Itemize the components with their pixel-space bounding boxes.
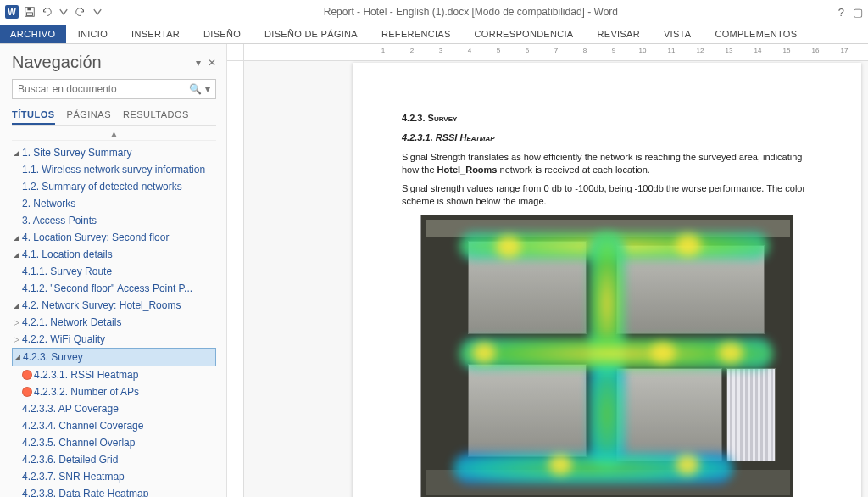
body-paragraph-1: Signal Strength translates as how effici…: [402, 151, 812, 176]
chevron-icon[interactable]: ◢: [12, 233, 20, 242]
help-icon[interactable]: ?: [838, 6, 844, 19]
navigation-pane: Navegación ▾ ✕ 🔍 ▾ TÍTULOS PÁGINAS RESUL…: [0, 44, 227, 497]
tree-item[interactable]: 4.2.3.2. Number of APs: [12, 383, 216, 400]
undo-dropdown-icon[interactable]: [58, 6, 70, 18]
tree-item[interactable]: ◢1. Site Survey Summary: [12, 144, 216, 161]
svg-rect-2: [27, 13, 33, 16]
tree-item[interactable]: 1.1. Wireless network survey information: [12, 161, 216, 178]
tree-item[interactable]: ◢4.2. Network Survey: Hotel_Rooms: [12, 297, 216, 314]
tree-item[interactable]: 4.2.3.4. Channel Coverage: [12, 417, 216, 434]
tab-view[interactable]: VISTA: [652, 25, 703, 43]
tree-item[interactable]: 4.2.3.5. Channel Overlap: [12, 434, 216, 451]
ribbon-tabs: ARCHIVO INICIO INSERTAR DISEÑO DISEÑO DE…: [0, 24, 868, 44]
cursor-indicator-icon: [22, 387, 32, 397]
tab-review[interactable]: REVISAR: [586, 25, 652, 43]
tree-item[interactable]: 4.2.3.1. RSSI Heatmap: [12, 366, 216, 383]
tree-item[interactable]: ◢4.2.3. Survey: [12, 348, 216, 366]
ribbon-options-icon[interactable]: ▢: [853, 6, 863, 19]
tree-item-label: 4.1.2. "Second floor" Access Point P...: [22, 282, 192, 294]
nav-search[interactable]: 🔍 ▾: [12, 79, 216, 99]
tree-item[interactable]: 4.2.3.6. Detailed Grid: [12, 451, 216, 468]
chevron-icon[interactable]: ▷: [12, 318, 20, 327]
tree-item[interactable]: 1.2. Summary of detected networks: [12, 178, 216, 195]
tree-item-label: 4.2.3.7. SNR Heatmap: [22, 471, 125, 483]
vertical-ruler[interactable]: [227, 61, 244, 497]
tree-item-label: 4.2.3. Survey: [23, 351, 83, 363]
tree-item-label: 4.2.3.8. Data Rate Heatmap: [22, 488, 148, 497]
tree-item-label: 4.2.3.6. Detailed Grid: [22, 454, 118, 466]
tab-design[interactable]: DISEÑO: [192, 25, 253, 43]
document-area[interactable]: 123456789101112131415161718 4.2.3. Surve…: [227, 44, 868, 497]
title-bar: W Report - Hotel - English (1).docx [Mod…: [0, 0, 868, 24]
search-icon[interactable]: 🔍: [189, 83, 202, 95]
tree-item-label: 4.2.3.2. Number of APs: [34, 386, 139, 398]
tree-item[interactable]: 4.1.1. Survey Route: [12, 263, 216, 280]
body-paragraph-2: Signal strength values range from 0 db t…: [402, 182, 812, 208]
nav-tabs: TÍTULOS PÁGINAS RESULTADOS: [12, 106, 216, 126]
svg-rect-1: [27, 8, 31, 11]
tree-item-label: 4.2.1. Network Details: [22, 316, 121, 328]
tab-file[interactable]: ARCHIVO: [0, 25, 66, 43]
tree-item-label: 1. Site Survey Summary: [22, 147, 131, 159]
tree-item[interactable]: 2. Networks: [12, 195, 216, 212]
chevron-icon[interactable]: ◢: [12, 148, 20, 157]
tree-item-label: 4.2.2. WiFi Quality: [22, 333, 105, 345]
chevron-icon[interactable]: ◢: [12, 301, 20, 310]
tab-insert[interactable]: INSERTAR: [120, 25, 192, 43]
tab-addins[interactable]: COMPLEMENTOS: [703, 25, 809, 43]
nav-title: Navegación: [12, 53, 102, 72]
window-title: Report - Hotel - English (1).docx [Modo …: [103, 6, 838, 18]
qat-customize-icon[interactable]: [92, 6, 103, 18]
chevron-icon[interactable]: ◢: [13, 353, 21, 361]
heading-tree: ◢1. Site Survey Summary1.1. Wireless net…: [12, 141, 216, 497]
tree-item-label: 4.2.3.1. RSSI Heatmap: [34, 369, 138, 381]
undo-icon[interactable]: [41, 6, 53, 18]
redo-icon[interactable]: [75, 6, 86, 18]
nav-close-icon[interactable]: ✕: [208, 57, 216, 69]
word-app-icon: W: [5, 5, 19, 19]
tree-item-label: 4. Location Survey: Second floor: [22, 232, 169, 243]
subsection-heading: 4.2.3.1. RSSI Heatmap: [402, 131, 812, 144]
tree-item[interactable]: ◢4.1. Location details: [12, 246, 216, 263]
cursor-indicator-icon: [22, 370, 32, 380]
tree-item[interactable]: ▷4.2.2. WiFi Quality: [12, 331, 216, 348]
tree-item-label: 3. Access Points: [22, 215, 97, 226]
chevron-icon[interactable]: ▷: [12, 335, 20, 343]
tree-item[interactable]: 4.1.2. "Second floor" Access Point P...: [12, 280, 216, 297]
tab-mailings[interactable]: CORRESPONDENCIA: [463, 25, 586, 43]
tab-home[interactable]: INICIO: [66, 25, 120, 43]
tab-references[interactable]: REFERENCIAS: [370, 25, 463, 43]
save-icon[interactable]: [24, 6, 36, 18]
tree-item[interactable]: 4.2.3.7. SNR Heatmap: [12, 468, 216, 485]
tree-item[interactable]: ▷4.2.1. Network Details: [12, 314, 216, 331]
nav-menu-icon[interactable]: ▾: [196, 57, 201, 69]
navtab-pages[interactable]: PÁGINAS: [67, 106, 111, 125]
navtab-titles[interactable]: TÍTULOS: [12, 106, 55, 125]
jump-top-icon[interactable]: ▲: [12, 127, 216, 141]
navtab-results[interactable]: RESULTADOS: [123, 106, 189, 125]
tree-item-label: 4.2.3.3. AP Coverage: [22, 403, 119, 415]
ruler-corner: [227, 44, 244, 61]
tree-item-label: 4.2.3.4. Channel Coverage: [22, 420, 143, 432]
tree-item-label: 2. Networks: [22, 198, 75, 209]
search-dropdown-icon[interactable]: ▾: [205, 83, 210, 95]
tree-item-label: 4.2. Network Survey: Hotel_Rooms: [22, 299, 181, 311]
tree-item-label: 4.1.1. Survey Route: [22, 265, 112, 277]
tree-item[interactable]: 3. Access Points: [12, 212, 216, 229]
tree-item-label: 4.2.3.5. Channel Overlap: [22, 437, 135, 449]
document-page[interactable]: 4.2.3. Survey 4.2.3.1. RSSI Heatmap Sign…: [353, 63, 861, 497]
tree-item[interactable]: ◢4. Location Survey: Second floor: [12, 229, 216, 246]
nav-search-input[interactable]: [18, 83, 189, 95]
tree-item[interactable]: 4.2.3.8. Data Rate Heatmap: [12, 485, 216, 497]
tab-pagelayout[interactable]: DISEÑO DE PÁGINA: [253, 25, 370, 43]
chevron-icon[interactable]: ◢: [12, 250, 20, 259]
tree-item-label: 1.2. Summary of detected networks: [22, 181, 182, 193]
tree-item-label: 1.1. Wireless network survey information: [22, 164, 205, 176]
section-heading: 4.2.3. Survey: [402, 112, 812, 125]
horizontal-ruler[interactable]: 123456789101112131415161718: [244, 44, 868, 61]
tree-item-label: 4.1. Location details: [22, 248, 113, 260]
rssi-heatmap-image: [420, 215, 793, 497]
tree-item[interactable]: 4.2.3.3. AP Coverage: [12, 400, 216, 417]
